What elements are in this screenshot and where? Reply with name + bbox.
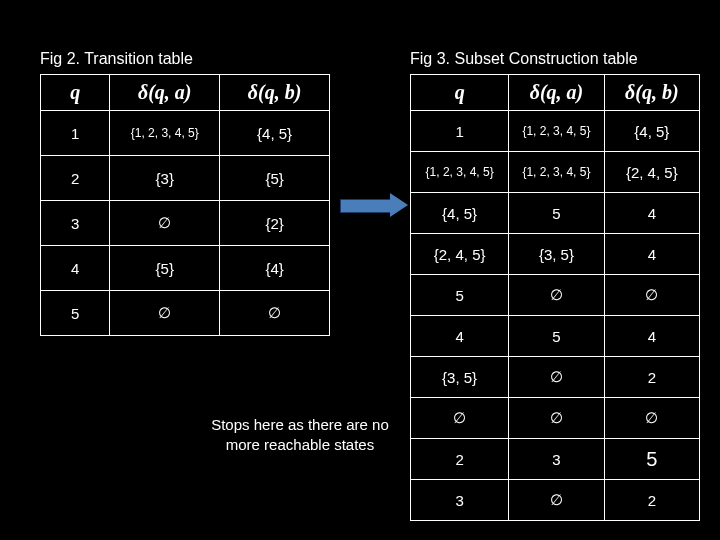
fig3-caption: Fig 3. Subset Construction table bbox=[410, 50, 700, 68]
cell: {4, 5} bbox=[220, 111, 330, 156]
cell: 2 bbox=[411, 439, 509, 480]
col-delta-b: δ(q, b) bbox=[604, 75, 699, 111]
cell: ∅ bbox=[110, 201, 220, 246]
cell: ∅ bbox=[509, 357, 604, 398]
table-row: 3 ∅ {2} bbox=[41, 201, 330, 246]
table-row: 5 ∅ ∅ bbox=[411, 275, 700, 316]
cell: ∅ bbox=[509, 398, 604, 439]
cell: {2, 4, 5} bbox=[411, 234, 509, 275]
cell: 1 bbox=[411, 111, 509, 152]
cell: 3 bbox=[509, 439, 604, 480]
cell: ∅ bbox=[604, 275, 699, 316]
table-row: 5 ∅ ∅ bbox=[41, 291, 330, 336]
cell: ∅ bbox=[509, 480, 604, 521]
cell: {3, 5} bbox=[411, 357, 509, 398]
cell: ∅ bbox=[110, 291, 220, 336]
cell: {4, 5} bbox=[411, 193, 509, 234]
table-row: 2 {3} {5} bbox=[41, 156, 330, 201]
cell: {1, 2, 3, 4, 5} bbox=[509, 152, 604, 193]
cell: 3 bbox=[411, 480, 509, 521]
table-row: 4 {5} {4} bbox=[41, 246, 330, 291]
cell: 5 bbox=[604, 439, 699, 480]
note-text: Stops here as there are no more reachabl… bbox=[195, 415, 405, 454]
col-delta-b: δ(q, b) bbox=[220, 75, 330, 111]
cell: ∅ bbox=[411, 398, 509, 439]
col-q: q bbox=[41, 75, 110, 111]
cell: 5 bbox=[509, 316, 604, 357]
cell: 2 bbox=[41, 156, 110, 201]
cell: 3 bbox=[41, 201, 110, 246]
cell: 4 bbox=[411, 316, 509, 357]
cell: 5 bbox=[41, 291, 110, 336]
cell: 2 bbox=[604, 480, 699, 521]
table-row: 1 {1, 2, 3, 4, 5} {4, 5} bbox=[41, 111, 330, 156]
cell: {5} bbox=[110, 246, 220, 291]
cell: ∅ bbox=[220, 291, 330, 336]
table-row: {1, 2, 3, 4, 5} {1, 2, 3, 4, 5} {2, 4, 5… bbox=[411, 152, 700, 193]
table-row: ∅ ∅ ∅ bbox=[411, 398, 700, 439]
transition-table-block: Fig 2. Transition table q δ(q, a) δ(q, b… bbox=[40, 50, 330, 336]
cell: {1, 2, 3, 4, 5} bbox=[110, 111, 220, 156]
arrow-icon bbox=[340, 193, 410, 217]
col-q: q bbox=[411, 75, 509, 111]
cell: {3, 5} bbox=[509, 234, 604, 275]
table-row: {2, 4, 5} {3, 5} 4 bbox=[411, 234, 700, 275]
subset-construction-table: q δ(q, a) δ(q, b) 1 {1, 2, 3, 4, 5} {4, … bbox=[410, 74, 700, 521]
cell: 4 bbox=[604, 234, 699, 275]
table-row: 2 3 5 bbox=[411, 439, 700, 480]
col-delta-a: δ(q, a) bbox=[110, 75, 220, 111]
cell: 4 bbox=[604, 316, 699, 357]
cell: 4 bbox=[41, 246, 110, 291]
cell: 2 bbox=[604, 357, 699, 398]
cell: {5} bbox=[220, 156, 330, 201]
cell: ∅ bbox=[509, 275, 604, 316]
transition-table: q δ(q, a) δ(q, b) 1 {1, 2, 3, 4, 5} {4, … bbox=[40, 74, 330, 336]
cell: 5 bbox=[509, 193, 604, 234]
cell: ∅ bbox=[604, 398, 699, 439]
cell: {3} bbox=[110, 156, 220, 201]
col-delta-a: δ(q, a) bbox=[509, 75, 604, 111]
cell: {1, 2, 3, 4, 5} bbox=[411, 152, 509, 193]
cell: 4 bbox=[604, 193, 699, 234]
cell: 5 bbox=[411, 275, 509, 316]
table-row: 1 {1, 2, 3, 4, 5} {4, 5} bbox=[411, 111, 700, 152]
cell: {1, 2, 3, 4, 5} bbox=[509, 111, 604, 152]
cell: {4} bbox=[220, 246, 330, 291]
table-row: {4, 5} 5 4 bbox=[411, 193, 700, 234]
table-row: 3 ∅ 2 bbox=[411, 480, 700, 521]
cell: 1 bbox=[41, 111, 110, 156]
table-row: {3, 5} ∅ 2 bbox=[411, 357, 700, 398]
cell: {2, 4, 5} bbox=[604, 152, 699, 193]
table-row: 4 5 4 bbox=[411, 316, 700, 357]
subset-table-block: Fig 3. Subset Construction table q δ(q, … bbox=[410, 50, 700, 521]
fig2-caption: Fig 2. Transition table bbox=[40, 50, 330, 68]
cell: {2} bbox=[220, 201, 330, 246]
cell: {4, 5} bbox=[604, 111, 699, 152]
